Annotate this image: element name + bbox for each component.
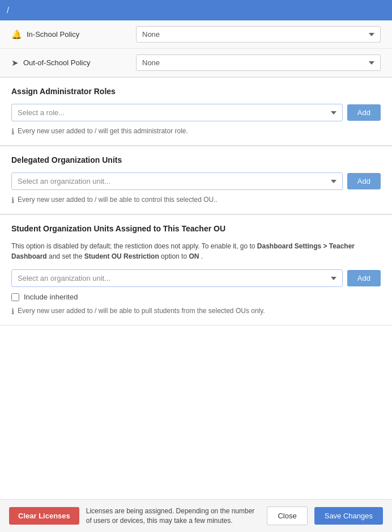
delegated-ou-select[interactable]: Select an organization unit... [11,172,343,190]
admin-roles-add-row: Select a role... Add [11,104,381,121]
admin-roles-section: Assign Administrator Roles Select a role… [0,78,392,146]
student-ous-info-text: Every new user added to / will be able t… [18,307,265,315]
out-of-school-policy-row: ➤ Out-of-School Policy None Policy 1 Pol… [0,49,392,77]
out-of-school-label-text: Out-of-School Policy [23,58,91,67]
admin-roles-info: ℹ Every new user added to / will get thi… [11,127,381,136]
in-school-label-text: In-School Policy [27,30,79,39]
include-inherited-row: Include inherited [11,293,381,301]
footer-message: Licenses are being assigned. Depending o… [86,506,261,526]
in-school-policy-row: 🔔 In-School Policy None Policy 1 Policy … [0,20,392,49]
clear-licenses-button[interactable]: Clear Licenses [9,507,79,525]
out-of-school-label: ➤ Out-of-School Policy [11,58,136,68]
delegated-ous-info-text: Every new user added to / will be able t… [18,196,218,204]
delegated-ous-section: Delegated Organization Units Select an o… [0,146,392,214]
role-select[interactable]: Select a role... [11,104,343,121]
admin-roles-title: Assign Administrator Roles [11,87,381,96]
in-school-icon: 🔔 [11,29,22,40]
student-ous-section: Student Organization Units Assigned to T… [0,215,392,326]
policies-section: 🔔 In-School Policy None Policy 1 Policy … [0,20,392,78]
info-icon: ℹ [11,127,14,136]
add-role-button[interactable]: Add [347,104,381,121]
delegated-ous-title: Delegated Organization Units [11,155,381,164]
student-ous-add-row: Select an organization unit... Add [11,269,381,287]
admin-roles-info-text: Every new user added to / will get this … [18,127,188,135]
in-school-policy-select[interactable]: None Policy 1 Policy 2 [136,26,381,43]
header-bar: / [0,0,392,20]
out-school-icon: ➤ [11,58,19,68]
info-icon-2: ℹ [11,196,14,205]
student-ous-info: ℹ Every new user added to / will be able… [11,307,381,316]
in-school-label: 🔔 In-School Policy [11,29,136,40]
include-inherited-checkbox[interactable] [11,293,19,301]
include-inherited-label[interactable]: Include inherited [24,293,78,301]
close-button[interactable]: Close [267,506,307,525]
add-delegated-ou-button[interactable]: Add [347,173,381,189]
student-ous-description: This option is disabled by default; the … [11,241,381,261]
info-icon-3: ℹ [11,307,14,316]
save-changes-button[interactable]: Save Changes [314,507,383,525]
student-ous-title: Student Organization Units Assigned to T… [11,224,381,233]
add-student-ou-button[interactable]: Add [347,270,381,286]
breadcrumb: / [7,6,9,15]
student-ou-select[interactable]: Select an organization unit... [11,269,343,287]
out-of-school-policy-select[interactable]: None Policy 1 Policy 2 [136,54,381,71]
delegated-ous-add-row: Select an organization unit... Add [11,172,381,190]
delegated-ous-info: ℹ Every new user added to / will be able… [11,196,381,205]
footer-bar: Clear Licenses Licenses are being assign… [0,499,392,532]
